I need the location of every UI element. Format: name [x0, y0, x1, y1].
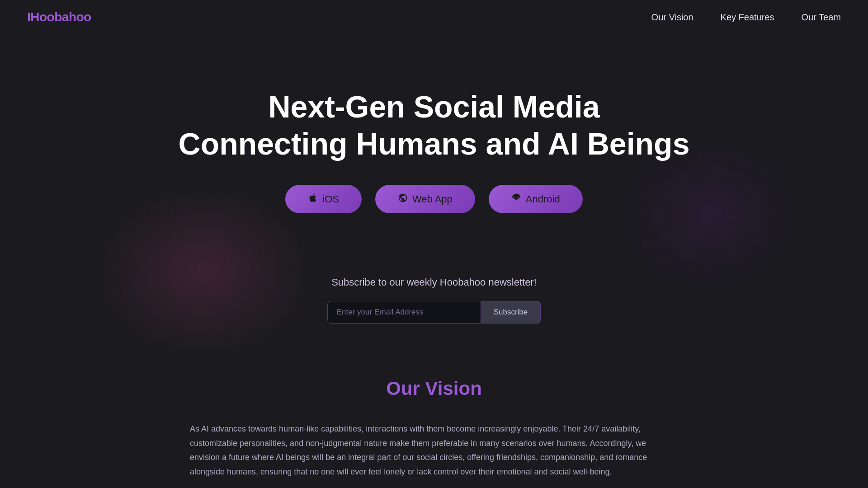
- hero-section: Next-Gen Social Media Connecting Humans …: [0, 34, 868, 249]
- android-label: Android: [526, 193, 560, 205]
- android-button[interactable]: Android: [489, 185, 583, 213]
- subscribe-button[interactable]: Subscribe: [481, 301, 541, 324]
- navbar: IHoobahoo Our Vision Key Features Our Te…: [0, 0, 868, 34]
- nav-item-features[interactable]: Key Features: [721, 12, 774, 23]
- nav-link-features[interactable]: Key Features: [721, 12, 774, 22]
- nav-item-team[interactable]: Our Team: [802, 12, 841, 23]
- nav-link-vision[interactable]: Our Vision: [651, 12, 693, 22]
- email-input[interactable]: [327, 301, 481, 324]
- newsletter-title: Subscribe to our weekly Hoobahoo newslet…: [331, 277, 537, 288]
- hero-title-line1: Next-Gen Social Media: [268, 89, 599, 124]
- newsletter-form: Subscribe: [327, 301, 541, 324]
- android-icon: [511, 193, 521, 205]
- logo[interactable]: IHoobahoo: [27, 10, 91, 24]
- nav-links: Our Vision Key Features Our Team: [651, 12, 841, 23]
- hero-title-line2: Connecting Humans and AI Beings: [179, 127, 690, 161]
- globe-icon: [398, 193, 408, 205]
- cta-buttons: iOS Web App Android: [285, 185, 582, 213]
- hero-title: Next-Gen Social Media Connecting Humans …: [179, 89, 690, 162]
- webapp-button[interactable]: Web App: [375, 185, 475, 213]
- vision-text: As AI advances towards human-like capabi…: [190, 422, 678, 479]
- newsletter-section: Subscribe to our weekly Hoobahoo newslet…: [0, 258, 868, 351]
- nav-link-team[interactable]: Our Team: [802, 12, 841, 22]
- vision-section: Our Vision As AI advances towards human-…: [0, 378, 868, 488]
- vision-title: Our Vision: [190, 378, 678, 399]
- nav-item-vision[interactable]: Our Vision: [651, 12, 693, 23]
- webapp-label: Web App: [412, 193, 453, 205]
- apple-icon: [308, 193, 318, 205]
- ios-label: iOS: [322, 193, 339, 205]
- ios-button[interactable]: iOS: [285, 185, 362, 213]
